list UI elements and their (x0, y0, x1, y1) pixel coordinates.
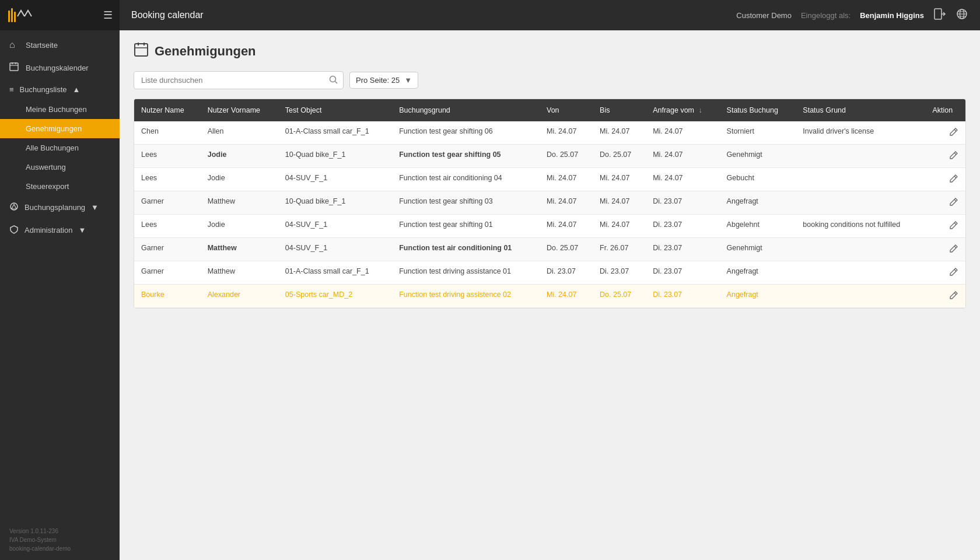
sidebar-item-buchungskalender[interactable]: Buchungskalender (0, 56, 120, 79)
table-cell: Di. 23.07 (646, 261, 719, 285)
table-cell: Lees (134, 168, 201, 191)
page-header-icon (134, 42, 149, 61)
per-page-selector[interactable]: Pro Seite: 25 ▼ (349, 72, 418, 89)
table-cell (796, 145, 925, 168)
table-cell: Alexander (201, 285, 278, 308)
logout-icon[interactable] (933, 8, 946, 23)
footer-demo: booking-calendar-demo (9, 544, 110, 553)
table-cell: Jodie (201, 168, 278, 191)
svg-rect-0 (8, 10, 10, 22)
table-cell: Mi. 24.07 (646, 145, 719, 168)
table-cell: Mi. 24.07 (593, 168, 646, 191)
edit-icon[interactable] (949, 268, 958, 278)
svg-rect-16 (135, 44, 148, 56)
col-nutzer-name: Nutzer Name (134, 99, 201, 121)
sidebar-group-buchungsliste[interactable]: ≡ Buchungsliste ▲ (0, 79, 120, 100)
main: Booking calendar Customer Demo Eingelogg… (120, 0, 980, 560)
table-cell: Matthew (201, 238, 278, 261)
edit-icon[interactable] (949, 222, 958, 232)
content: Genehmigungen Pro Seite: 25 ▼ Nutzer Nam… (120, 30, 980, 560)
table-cell: Mi. 24.07 (646, 121, 719, 145)
sidebar-group-buchungsplanung[interactable]: Buchungsplanung ▼ (0, 196, 120, 219)
edit-icon[interactable] (949, 128, 958, 138)
svg-point-20 (330, 76, 336, 82)
table-cell: Di. 23.07 (646, 215, 719, 238)
sidebar-item-steuerexport[interactable]: Steuerexport (0, 177, 120, 196)
table-cell (796, 285, 925, 308)
topbar-right: Customer Demo Eingeloggt als: Benjamin H… (736, 8, 968, 23)
topbar-username: Benjamin Higgins (860, 11, 924, 20)
table-cell: Matthew (201, 191, 278, 215)
svg-rect-2 (14, 12, 16, 22)
svg-rect-9 (935, 9, 942, 19)
table-cell (796, 168, 925, 191)
edit-icon[interactable] (949, 198, 958, 208)
sidebar-item-meine-buchungen[interactable]: Meine Buchungen (0, 100, 120, 119)
chevron-down-icon-admin: ▼ (78, 226, 86, 235)
edit-icon[interactable] (949, 292, 958, 302)
table-cell: Function test gear shifting 05 (392, 145, 540, 168)
table-cell: 05-Sports car_MD_2 (278, 285, 392, 308)
chevron-down-icon: ▼ (91, 203, 99, 212)
list-icon: ≡ (9, 85, 14, 94)
table-cell: Mi. 24.07 (540, 215, 593, 238)
edit-icon[interactable] (949, 175, 958, 185)
sidebar-item-startseite[interactable]: ⌂ Startseite (0, 34, 120, 56)
table-row: GarnerMatthew04-SUV_F_1Function test air… (134, 238, 965, 261)
edit-icon[interactable] (949, 152, 958, 162)
shield-icon (9, 225, 19, 236)
svg-line-24 (954, 176, 956, 178)
globe-icon[interactable] (956, 8, 968, 23)
table-cell: 10-Quad bike_F_1 (278, 191, 392, 215)
col-von: Von (540, 99, 593, 121)
table-cell: Function test air conditioning 04 (392, 168, 540, 191)
sidebar-nav: ⌂ Startseite Buchungskalender ≡ Buchungs… (0, 30, 120, 520)
svg-line-27 (954, 246, 956, 248)
footer-system: IVA Demo-System (9, 536, 110, 544)
col-aktion: Aktion (926, 99, 966, 121)
table-row: GarnerMatthew10-Quad bike_F_1Function te… (134, 191, 965, 215)
svg-rect-3 (10, 63, 18, 71)
table-cell: Do. 25.07 (540, 238, 593, 261)
table-cell: Do. 25.07 (593, 145, 646, 168)
svg-line-28 (954, 270, 956, 271)
action-cell (926, 168, 966, 191)
table-cell: Genehmigt (720, 145, 796, 168)
table-cell: Function test gear shifting 01 (392, 215, 540, 238)
table-cell: Di. 23.07 (593, 261, 646, 285)
sidebar-item-auswertung[interactable]: Auswertung (0, 158, 120, 177)
sidebar-toggle-icon[interactable]: ☰ (103, 9, 113, 22)
sidebar-footer: Version 1.0.11-236 IVA Demo-System booki… (0, 520, 120, 560)
table-cell: Chen (134, 121, 201, 145)
table-row: ChenAllen01-A-Class small car_F_1Functio… (134, 121, 965, 145)
sidebar-item-meine-buchungen-label: Meine Buchungen (26, 105, 87, 114)
edit-icon[interactable] (949, 245, 958, 255)
table-cell: Jodie (201, 145, 278, 168)
table-row: GarnerMatthew01-A-Class small car_F_1Fun… (134, 261, 965, 285)
svg-line-29 (954, 293, 956, 295)
col-buchungsgrund: Buchungsgrund (392, 99, 540, 121)
table-header: Nutzer Name Nutzer Vorname Test Object B… (134, 99, 965, 121)
search-icon[interactable] (329, 75, 338, 86)
table-cell: Di. 23.07 (646, 238, 719, 261)
table-cell: Function test air conditioning 01 (392, 238, 540, 261)
table-cell: Invalid driver's license (796, 121, 925, 145)
svg-line-26 (954, 223, 956, 225)
action-cell (926, 145, 966, 168)
sidebar-group-administration[interactable]: Administration ▼ (0, 219, 120, 242)
table-cell: Mi. 24.07 (540, 191, 593, 215)
col-status-grund: Status Grund (796, 99, 925, 121)
col-anfrage-vom[interactable]: Anfrage vom ↓ (646, 99, 719, 121)
sidebar-item-alle-buchungen[interactable]: Alle Buchungen (0, 138, 120, 158)
footer-version: Version 1.0.11-236 (9, 527, 110, 536)
sidebar-group-buchungsliste-label: Buchungsliste (20, 85, 67, 94)
sidebar-item-genehmigungen[interactable]: Genehmigungen (0, 119, 120, 138)
table-cell: 04-SUV_F_1 (278, 238, 392, 261)
svg-marker-8 (12, 204, 16, 209)
page-header: Genehmigungen (134, 42, 966, 61)
table-cell: booking conditions not fulfilled (796, 215, 925, 238)
home-icon: ⌂ (9, 40, 20, 50)
table-cell: Abgelehnt (720, 215, 796, 238)
search-input[interactable] (134, 71, 344, 89)
table-cell: Mi. 24.07 (540, 121, 593, 145)
